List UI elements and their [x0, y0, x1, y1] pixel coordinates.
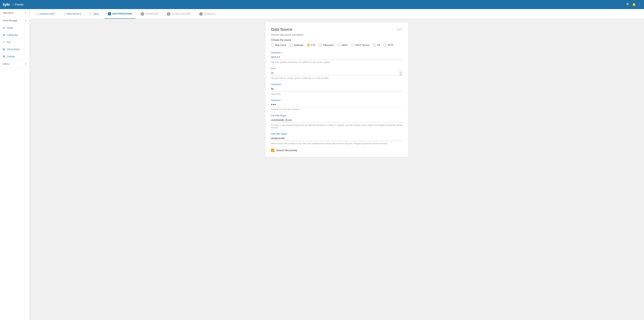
port-field: Port * ▲ ▼ The port that the remote syst… [271, 67, 402, 79]
search-recursively-row: ✓ Search Recursively [271, 148, 402, 152]
radio-label-blob-azure: Blob Azure [275, 44, 286, 46]
radio-label-sftp: SFTP [388, 44, 393, 46]
radio-sftp[interactable]: SFTP [384, 43, 393, 47]
visual-query-icon: ⊞ [3, 48, 5, 51]
username-label: Username * [271, 83, 402, 86]
radio-label-hdfs: HDFS [342, 44, 348, 46]
step-general-info[interactable]: ✓ GENERAL INFO [33, 9, 58, 19]
sla-label: SLA [7, 41, 11, 43]
source-label: Choose the source [271, 39, 402, 41]
page-title: Feeds [15, 3, 626, 7]
path-filter-regex-field: Path Filter Regex When Search Recursivel… [271, 133, 402, 145]
admin-chevron: ▼ [24, 63, 27, 65]
operations-header[interactable]: Operations ▼ [0, 9, 30, 17]
feed-manager-label: Feed Manager [3, 19, 18, 22]
radio-ftp[interactable]: FTP [307, 43, 316, 47]
password-hint: Password for the user account [271, 108, 402, 111]
step-label-data-processing: DATA PROCESSING [112, 13, 132, 15]
search-recursively-checkbox[interactable]: ✓ [271, 148, 274, 152]
password-field: Password * ••• Password for the user acc… [271, 99, 402, 111]
logo: kylo [3, 2, 10, 7]
username-input[interactable] [271, 87, 402, 91]
sidebar-item-catalog[interactable]: ⊞ Catalog [0, 53, 30, 60]
path-filter-regex-input[interactable] [271, 136, 402, 140]
port-input[interactable] [271, 71, 402, 75]
radio-circle-sftp [384, 43, 386, 47]
sidebar: Operations ▼ Feed Manager ▲ ⇄ Feeds ★ Ca… [0, 9, 30, 320]
step-label-general-info: GENERAL INFO [39, 13, 55, 15]
radio-label-database: Database [294, 44, 304, 46]
step-properties[interactable]: 5 PROPERTIES [138, 9, 162, 19]
sidebar-item-sla[interactable]: ✓ SLA [0, 39, 30, 46]
port-label: Port * [271, 67, 402, 70]
feeds-label: Feeds [7, 27, 13, 29]
admin-label: Admin [3, 63, 9, 65]
radio-s3[interactable]: S3 [373, 43, 380, 47]
step-num-properties: 5 [141, 12, 144, 16]
feed-manager-header[interactable]: Feed Manager ▲ [0, 17, 30, 24]
username-required: * [280, 83, 282, 86]
radio-circle-filesystem [319, 43, 322, 47]
radio-circle-database [290, 43, 293, 47]
radio-circle-ftp [307, 43, 310, 47]
step-feed-details[interactable]: ✓ FEED DETAILS [60, 9, 84, 19]
sidebar-item-visual-query[interactable]: ⊞ Visual Query [0, 46, 30, 53]
sep-3: › [102, 13, 104, 15]
operations-chevron: ▼ [24, 12, 27, 14]
step-check-feed-details: ✓ [63, 13, 66, 15]
step-table[interactable]: ✓ TABLE [86, 9, 102, 19]
path-filter-regex-hint: When Search Recursively is true, then on… [271, 142, 402, 145]
more-menu-button[interactable]: ⋮ [638, 3, 641, 7]
step-schedule[interactable]: 7 SCHEDULE [196, 9, 218, 19]
port-increment-button[interactable]: ▲ [399, 71, 402, 73]
radio-label-s3: S3 [377, 44, 380, 46]
form-panel: Data Source 2 of 7 Choose data source an… [266, 22, 408, 157]
password-label: Password * [271, 99, 402, 101]
step-access-control[interactable]: 6 ACCESS CONTROL [164, 9, 194, 19]
radio-circle-hdfs [337, 43, 340, 47]
sep-4: › [135, 13, 138, 15]
radio-blob-azure[interactable]: Blob Azure [271, 43, 286, 47]
password-required: * [280, 99, 282, 101]
radio-circle-s3 [373, 43, 376, 47]
panel-subtitle: Choose data source and options [271, 34, 402, 36]
radio-circle-rest-service [351, 43, 354, 47]
radio-rest-service[interactable]: REST Service [351, 43, 370, 47]
radio-hdfs[interactable]: HDFS [337, 43, 348, 47]
feed-manager-section: Feed Manager ▲ ⇄ Feeds ★ Categories ✓ SL… [0, 17, 30, 60]
hostname-hint: The fully qualified hostname or IP addre… [271, 61, 402, 64]
panel-title: Data Source [271, 27, 292, 32]
radio-filesystem[interactable]: Filesystem [319, 43, 334, 47]
sidebar-item-categories[interactable]: ★ Categories [0, 31, 30, 39]
file-filter-regex-hint: Provides a Java Regular Expression for f… [271, 124, 402, 129]
step-label-properties: PROPERTIES [145, 13, 158, 15]
content-area: ✓ GENERAL INFO › ✓ FEED DETAILS › ✓ TABL… [30, 9, 644, 320]
back-button[interactable]: ‹ [12, 3, 14, 6]
step-num-data-processing: 4 [108, 12, 111, 16]
file-filter-regex-field: File Filter Regex Provides a Java Regula… [271, 114, 402, 129]
hostname-required: * [280, 51, 282, 54]
step-data-processing[interactable]: 4 DATA PROCESSING [104, 9, 135, 19]
app: kylo ‹ Feeds 🔍 🔔 ⋮ Operations ▼ Feed Man… [0, 0, 644, 320]
source-radio-group: Blob Azure Database FTP Filesystem [271, 43, 402, 47]
notification-icon-button[interactable]: 🔔 [632, 3, 636, 7]
radio-database[interactable]: Database [290, 43, 304, 47]
operations-section: Operations ▼ [0, 9, 30, 17]
port-required: * [275, 67, 276, 70]
port-decrement-button[interactable]: ▼ [399, 73, 402, 76]
sep-6: › [194, 13, 196, 15]
file-filter-regex-input[interactable] [271, 118, 402, 122]
operations-label: Operations [3, 12, 14, 14]
feeds-icon: ⇄ [3, 26, 5, 30]
top-actions: 🔍 🔔 ⋮ [626, 3, 641, 7]
hostname-input[interactable] [271, 55, 402, 59]
search-icon-button[interactable]: 🔍 [626, 3, 630, 7]
categories-icon: ★ [3, 33, 5, 37]
search-recursively-label: Search Recursively [276, 149, 297, 152]
sidebar-item-feeds[interactable]: ⇄ Feeds [0, 24, 30, 31]
radio-label-ftp: FTP [311, 44, 316, 46]
step-num-access-control: 6 [167, 12, 170, 16]
admin-header[interactable]: Admin ▼ [0, 60, 30, 68]
step-check-table: ✓ [90, 13, 92, 15]
admin-section: Admin ▼ [0, 60, 30, 68]
